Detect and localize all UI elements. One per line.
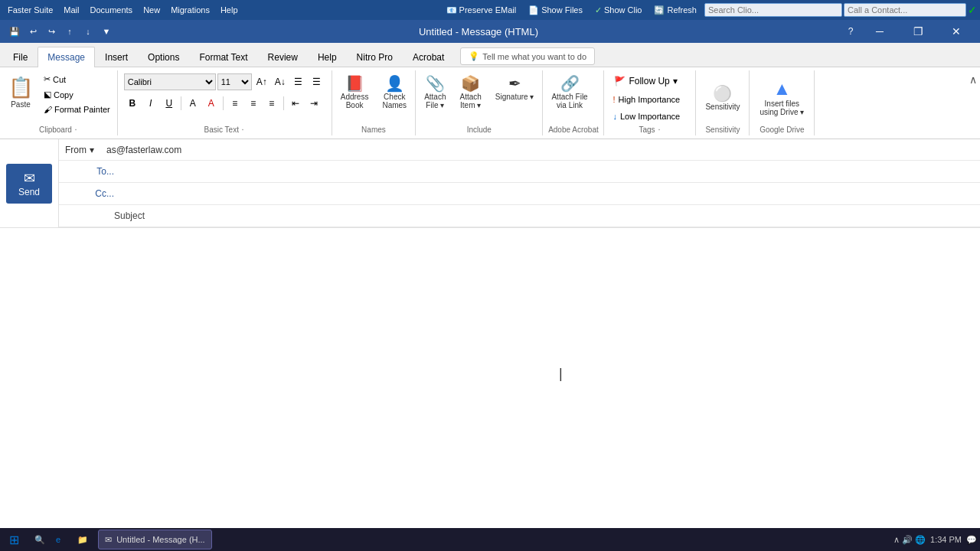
cut-btn[interactable]: ✂ Cut	[40, 72, 114, 86]
compose-area: ✉ Send From ▾ as@fasterlaw.com To...	[0, 139, 980, 528]
tab-review[interactable]: Review	[258, 47, 308, 67]
low-importance-btn[interactable]: ↓ Low Importance	[607, 109, 685, 124]
from-email: as@fasterlaw.com	[100, 142, 188, 158]
format-painter-btn[interactable]: 🖌 Format Painter	[40, 103, 114, 116]
refresh-btn[interactable]: 🔄 Refresh	[649, 4, 701, 17]
ribbon-collapse-btn[interactable]: ∧	[966, 70, 980, 135]
attach-link-label: Attach Filevia Link	[551, 93, 587, 109]
green-check-icon: ✓	[968, 4, 977, 16]
decrease-indent-btn[interactable]: ⇤	[287, 95, 304, 112]
attach-item-btn[interactable]: 📦 AttachItem ▾	[454, 72, 486, 113]
bullet-list-btn[interactable]: ☰	[290, 73, 307, 90]
font-family-select[interactable]: Calibri	[124, 73, 216, 90]
paste-btn[interactable]: 📋 Paste	[3, 72, 38, 112]
send-btn[interactable]: ✉ Send	[6, 164, 52, 204]
copy-btn[interactable]: ⬕ Copy	[40, 87, 114, 102]
high-importance-btn[interactable]: ! High Importance	[607, 92, 685, 107]
from-row-container: ✉ Send From ▾ as@fasterlaw.com To...	[0, 139, 980, 228]
address-book-btn[interactable]: 📕 AddressBook	[335, 72, 374, 113]
message-body[interactable]: |	[0, 228, 980, 528]
down-btn[interactable]: ↓	[80, 23, 96, 40]
save-quick-btn[interactable]: 💾	[6, 23, 23, 40]
tab-format-text[interactable]: Format Text	[189, 47, 257, 67]
documents-btn[interactable]: Documents	[85, 4, 137, 16]
check-names-label: CheckNames	[382, 93, 407, 109]
header-fields: From ▾ as@fasterlaw.com To... Cc... Subj…	[59, 139, 980, 227]
shrink-font-btn[interactable]: A↓	[272, 73, 289, 90]
tab-options[interactable]: Options	[138, 47, 189, 67]
faster-suite-btn[interactable]: Faster Suite	[3, 4, 57, 16]
font-color-btn[interactable]: A	[203, 95, 220, 112]
include-top: 📎 AttachFile ▾ 📦 AttachItem ▾ ✒ Signatur…	[419, 72, 539, 124]
paste-icon: 📋	[8, 76, 33, 99]
signature-label: Signature ▾	[495, 93, 534, 101]
italic-btn[interactable]: I	[142, 95, 159, 112]
cut-icon: ✂	[44, 74, 51, 84]
search-clio-input[interactable]	[704, 3, 842, 17]
attach-item-icon: 📦	[461, 76, 480, 91]
tab-nitro-pro[interactable]: Nitro Pro	[347, 47, 403, 67]
to-input[interactable]	[120, 161, 980, 182]
align-center-btn[interactable]: ≡	[245, 95, 262, 112]
send-area: ✉ Send	[0, 139, 59, 227]
minimize-btn[interactable]: ─	[862, 20, 897, 43]
to-btn[interactable]: To...	[59, 163, 120, 180]
preserve-email-btn[interactable]: 📧 Preserve EMail	[442, 4, 521, 17]
google-drive-icon: ▲	[773, 80, 791, 98]
text-highlight-btn[interactable]: A	[185, 95, 201, 112]
title-bar-right: ? ─ ❐ ✕	[842, 20, 974, 43]
customize-qa-btn[interactable]: ▼	[98, 23, 115, 40]
call-contact-input[interactable]	[844, 3, 966, 17]
follow-up-btn[interactable]: 🚩 Follow Up ▾	[607, 72, 684, 90]
signature-btn[interactable]: ✒ Signature ▾	[490, 72, 540, 105]
attach-file-btn[interactable]: 📎 AttachFile ▾	[419, 72, 451, 113]
high-importance-icon: !	[612, 95, 615, 104]
tab-acrobat[interactable]: Acrobat	[403, 47, 454, 67]
copy-icon: ⬕	[44, 90, 51, 99]
bold-btn[interactable]: B	[124, 95, 141, 112]
migrations-btn[interactable]: Migrations	[166, 4, 214, 16]
gdrive-label: Insert filesusing Drive ▾	[760, 99, 804, 116]
new-btn[interactable]: New	[139, 4, 165, 16]
to-row: To...	[59, 161, 980, 183]
cc-btn[interactable]: Cc...	[59, 185, 120, 202]
undo-btn[interactable]: ↩	[24, 23, 41, 40]
numbered-list-btn[interactable]: ☰	[309, 73, 325, 90]
signature-icon: ✒	[508, 76, 521, 91]
redo-btn[interactable]: ↪	[43, 23, 60, 40]
address-book-label: AddressBook	[341, 93, 369, 109]
tags-expand-icon[interactable]: ⬞	[657, 126, 662, 134]
check-names-btn[interactable]: 👤 CheckNames	[377, 72, 412, 113]
align-left-btn[interactable]: ≡	[227, 95, 243, 112]
show-files-btn[interactable]: 📄 Show Files	[524, 4, 587, 17]
tab-message[interactable]: Message	[38, 47, 95, 67]
underline-btn[interactable]: U	[161, 95, 178, 112]
tab-help[interactable]: Help	[308, 47, 347, 67]
help-top-btn[interactable]: Help	[216, 4, 243, 16]
adobe-acrobat-label: Adobe Acrobat	[546, 124, 600, 134]
insert-files-drive-btn[interactable]: ▲ Insert filesusing Drive ▾	[753, 76, 811, 120]
mail-btn[interactable]: Mail	[59, 4, 83, 16]
font-size-select[interactable]: 11	[217, 73, 252, 90]
tell-me-input[interactable]: 💡 Tell me what you want to do	[460, 47, 595, 65]
grow-font-btn[interactable]: A↑	[253, 73, 270, 90]
basic-text-expand-icon[interactable]: ⬞	[240, 126, 245, 134]
from-btn[interactable]: From ▾	[59, 142, 100, 158]
restore-btn[interactable]: ❐	[900, 20, 936, 43]
increase-indent-btn[interactable]: ⇥	[305, 95, 322, 112]
tab-file[interactable]: File	[3, 47, 38, 67]
low-importance-icon: ↓	[612, 112, 617, 121]
attach-file-via-link-btn[interactable]: 🔗 Attach Filevia Link	[546, 72, 593, 113]
show-clio-btn[interactable]: ✓ Show Clio	[590, 4, 647, 17]
close-btn[interactable]: ✕	[939, 20, 974, 43]
adobe-acrobat-group: 🔗 Attach Filevia Link Adobe Acrobat	[543, 70, 604, 135]
subject-input[interactable]	[151, 205, 980, 227]
align-right-btn[interactable]: ≡	[263, 95, 280, 112]
cc-input[interactable]	[120, 183, 980, 204]
clipboard-expand-icon[interactable]: ⬞	[74, 126, 78, 134]
help-icon-btn[interactable]: ?	[842, 23, 859, 40]
clipboard-label: Clipboard ⬞	[3, 124, 114, 134]
up-btn[interactable]: ↑	[61, 23, 78, 40]
sensitivity-btn[interactable]: ⚪ Sensitivity	[700, 82, 745, 115]
tab-insert[interactable]: Insert	[95, 47, 138, 67]
